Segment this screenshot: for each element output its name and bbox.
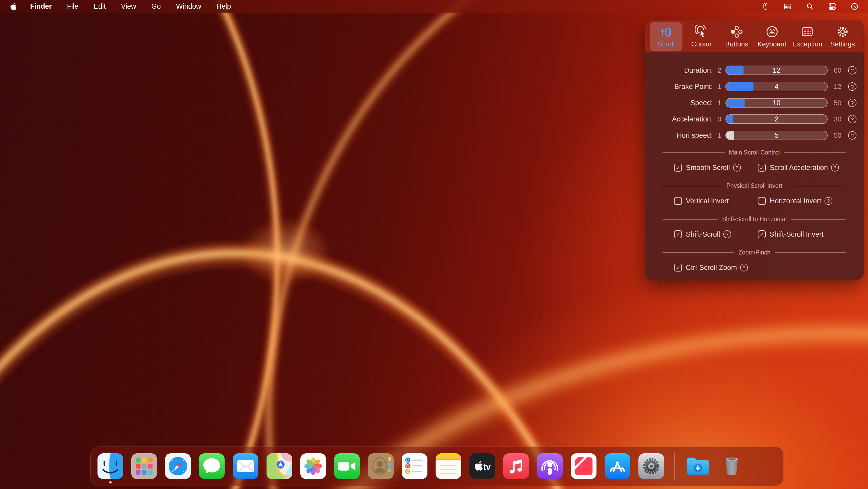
dock-item-finder[interactable]	[97, 453, 123, 479]
slider-max-value: 30	[831, 115, 844, 123]
section-title: Physical Scroll Invert	[726, 182, 782, 190]
dock-item-trash[interactable]	[719, 453, 745, 479]
tab-label: Scroll	[657, 40, 675, 48]
menu-item-window[interactable]: Window	[176, 2, 201, 10]
divider-line	[791, 219, 846, 220]
spotlight-search-icon[interactable]	[806, 2, 814, 10]
checkbox-box[interactable]: ✓	[758, 197, 766, 205]
help-icon[interactable]: ?	[848, 66, 857, 75]
dock-item-maps[interactable]	[267, 453, 292, 479]
tab-scroll[interactable]: Scroll	[650, 22, 682, 51]
help-icon[interactable]: ?	[733, 164, 741, 172]
tab-buttons[interactable]: Buttons	[720, 22, 753, 51]
slider-current-value: 10	[726, 98, 827, 107]
menu-item-go[interactable]: Go	[152, 2, 161, 10]
podcasts-icon	[537, 453, 563, 479]
control-center-icon[interactable]	[828, 2, 836, 10]
reminders-icon	[402, 453, 428, 479]
checkbox-box[interactable]: ✓	[758, 164, 766, 172]
divider-line	[786, 186, 846, 186]
checkbox-box[interactable]: ✓	[758, 230, 766, 238]
scroll-wheel-icon	[659, 25, 673, 38]
svg-text:tv: tv	[484, 462, 491, 471]
slider-current-value: 2	[726, 115, 827, 123]
help-icon[interactable]: ?	[740, 264, 748, 271]
mouse-status-icon[interactable]	[761, 2, 770, 10]
safari-icon	[165, 453, 191, 479]
section-header-main-scroll-control: Main Scroll Control	[662, 149, 846, 156]
check-mark: ✓	[676, 265, 680, 270]
dock-item-notes[interactable]	[436, 453, 461, 479]
brake-point-slider[interactable]: 4	[725, 82, 828, 91]
help-icon[interactable]: ?	[831, 164, 839, 172]
speed-slider[interactable]: 10	[725, 98, 828, 108]
dock-item-music[interactable]	[503, 453, 529, 479]
checkbox-box[interactable]: ✓	[674, 264, 682, 271]
dock-item-mail[interactable]	[233, 453, 258, 479]
menu-item-view[interactable]: View	[121, 2, 136, 10]
slider-min-value: 1	[715, 132, 723, 140]
tab-cursor[interactable]: Cursor	[685, 22, 718, 51]
mail-icon	[233, 453, 258, 479]
checkbox-box[interactable]: ✓	[674, 230, 682, 238]
contacts-icon	[368, 453, 394, 479]
apple-menu[interactable]	[9, 2, 18, 10]
dock-item-contacts[interactable]	[368, 453, 394, 479]
tab-keyboard[interactable]: ⌘ Keyboard	[756, 22, 788, 51]
help-icon[interactable]: ?	[848, 98, 857, 107]
checkbox-horizontal-invert[interactable]: ✓ Horizontal Invert ?	[758, 197, 832, 205]
checkbox-box[interactable]: ✓	[674, 164, 682, 172]
svg-text:⌘: ⌘	[769, 28, 775, 36]
checkbox-shift-scroll[interactable]: ✓ Shift-Scroll ?	[674, 230, 758, 238]
checkbox-scroll-acceleration[interactable]: ✓ Scroll Acceleration ?	[758, 164, 839, 172]
dock-item-podcasts[interactable]	[537, 453, 563, 479]
menu-item-help[interactable]: Help	[216, 2, 231, 10]
maps-icon	[267, 453, 292, 479]
dock-item-tv[interactable]: tv	[469, 453, 495, 479]
checkbox-shift-scroll-invert[interactable]: ✓ Shift-Scroll Invert	[758, 230, 824, 238]
checkbox-label: Vertical Invert	[686, 197, 729, 205]
checkbox-ctrl-scroll-zoom[interactable]: ✓ Ctrl-Scroll Zoom ?	[674, 264, 758, 272]
menu-item-file[interactable]: File	[67, 2, 79, 10]
apple-logo-icon	[9, 2, 18, 10]
help-icon[interactable]: ?	[848, 131, 857, 140]
dock-item-facetime[interactable]	[334, 453, 360, 479]
dock-item-photos[interactable]	[300, 453, 326, 479]
slider-max-value: 50	[831, 99, 844, 107]
slider-label: Duration:	[652, 66, 713, 75]
dock-item-system-settings[interactable]	[639, 453, 664, 479]
tab-settings[interactable]: Settings	[826, 22, 859, 51]
slider-current-value: 12	[726, 66, 827, 75]
slider-current-value: 5	[726, 131, 827, 140]
dock-item-launchpad[interactable]	[131, 453, 157, 479]
dock-item-safari[interactable]	[165, 453, 191, 479]
divider-line	[662, 152, 725, 153]
help-icon[interactable]: ?	[848, 82, 857, 91]
checkbox-vertical-invert[interactable]: ✓ Vertical Invert	[674, 197, 758, 205]
help-icon[interactable]: ?	[723, 230, 731, 238]
clock-icon[interactable]	[850, 2, 859, 10]
check-mark: ✓	[760, 165, 764, 171]
divider-line	[775, 252, 846, 253]
slider-min-value: 2	[715, 66, 723, 75]
dock-item-reminders[interactable]	[402, 453, 428, 479]
duration-slider[interactable]: 12	[725, 65, 828, 75]
help-icon[interactable]: ?	[848, 115, 857, 123]
menu-item-finder[interactable]: Finder	[30, 2, 52, 10]
menu-item-edit[interactable]: Edit	[94, 2, 106, 10]
help-icon[interactable]: ?	[825, 197, 832, 205]
acceleration-slider[interactable]: 2	[725, 114, 828, 124]
tab-exception[interactable]: Exception	[791, 22, 824, 51]
checkbox-box[interactable]: ✓	[674, 197, 682, 205]
dock-item-news[interactable]	[571, 453, 596, 479]
section-title: Zoom/Pinch	[738, 249, 771, 256]
svg-text:⌘: ⌘	[788, 5, 791, 9]
tab-label: Exception	[792, 40, 822, 48]
dock-item-downloads[interactable]	[685, 453, 711, 479]
dock-item-messages[interactable]	[199, 453, 225, 479]
shortcuts-window-icon[interactable]: ⌘	[784, 2, 792, 10]
dock-item-app-store[interactable]	[604, 453, 630, 479]
slider-min-value: 1	[715, 83, 723, 91]
checkbox-smooth-scroll[interactable]: ✓ Smooth Scroll ?	[674, 164, 758, 172]
hori-speed-slider[interactable]: 5	[725, 131, 828, 140]
